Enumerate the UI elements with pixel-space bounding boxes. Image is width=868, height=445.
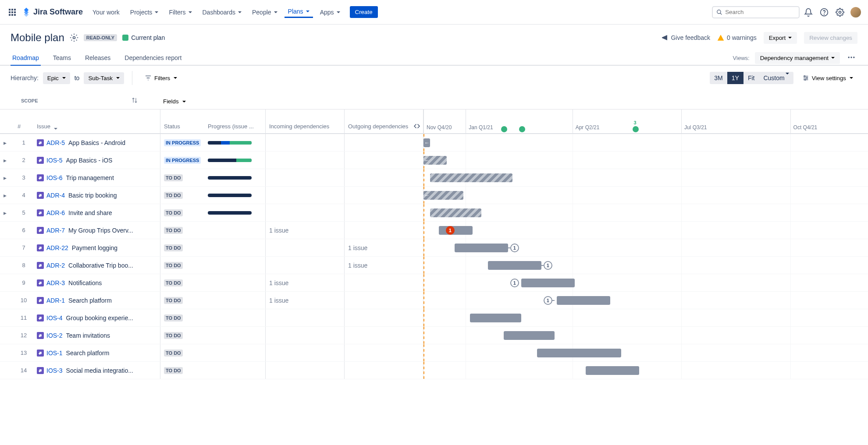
dependency-badge[interactable]: 1 — [510, 279, 519, 287]
zoom-3m[interactable]: 3M — [710, 72, 727, 84]
table-row[interactable]: 10ADR-1Search platformTO DO1 issue1 — [0, 292, 868, 309]
status-badge[interactable]: TO DO — [164, 192, 183, 199]
settings-icon[interactable] — [833, 5, 847, 19]
issue-key[interactable]: IOS-2 — [46, 332, 63, 339]
table-row[interactable]: ▸4ADR-4Basic trip bookingTO DO← — [0, 187, 868, 204]
tab-releases[interactable]: Releases — [83, 51, 112, 65]
issue-key[interactable]: IOS-6 — [46, 174, 63, 181]
issue-key[interactable]: ADR-3 — [46, 279, 65, 286]
status-badge[interactable]: TO DO — [164, 367, 183, 374]
release-marker[interactable] — [501, 126, 507, 132]
table-row[interactable]: 9ADR-3NotificationsTO DO1 issue1 — [0, 274, 868, 292]
gantt-bar[interactable] — [430, 208, 481, 217]
table-row[interactable]: 7ADR-22Payment loggingTO DO1 issue1 — [0, 239, 868, 257]
more-icon[interactable] — [845, 51, 857, 65]
nav-plans[interactable]: Plans — [285, 6, 313, 18]
release-marker[interactable] — [519, 126, 525, 132]
tab-roadmap[interactable]: Roadmap — [11, 51, 41, 66]
view-select[interactable]: Dependency management — [755, 52, 840, 64]
nav-filters[interactable]: Filters — [165, 7, 195, 18]
gantt-bar[interactable] — [586, 366, 639, 375]
avatar[interactable] — [849, 5, 863, 19]
issue-key[interactable]: IOS-1 — [46, 350, 63, 357]
gantt-bar[interactable] — [504, 331, 555, 340]
expand-icon[interactable]: ▸ — [4, 174, 11, 181]
nav-dashboards[interactable]: Dashboards — [199, 7, 245, 18]
export-button[interactable]: Export — [764, 32, 797, 44]
view-settings-button[interactable]: View settings — [798, 72, 857, 84]
status-badge[interactable]: TO DO — [164, 209, 183, 216]
expand-icon[interactable]: ▸ — [4, 157, 11, 164]
expand-icon[interactable]: ▸ — [4, 192, 11, 199]
hierarchy-from[interactable]: Epic — [43, 72, 70, 84]
table-row[interactable]: 12IOS-2Team invitationsTO DO — [0, 327, 868, 344]
issue-key[interactable]: ADR-1 — [46, 297, 65, 304]
issue-key[interactable]: ADR-7 — [46, 227, 65, 234]
col-progress[interactable]: Progress (issue ... — [204, 109, 266, 134]
expand-icon[interactable]: ▸ — [4, 139, 11, 146]
status-badge[interactable]: TO DO — [164, 332, 183, 339]
status-badge[interactable]: TO DO — [164, 244, 183, 251]
search-input[interactable] — [712, 6, 800, 18]
dependency-badge[interactable]: 1 — [544, 261, 552, 270]
gantt-bar[interactable] — [455, 244, 508, 252]
gantt-bar[interactable]: ← — [423, 138, 430, 147]
nav-your-work[interactable]: Your work — [89, 7, 123, 18]
gantt-bar[interactable] — [488, 261, 541, 270]
nav-projects[interactable]: Projects — [127, 7, 162, 18]
current-plan[interactable]: Current plan — [122, 34, 165, 41]
tab-dependencies-report[interactable]: Dependencies report — [123, 51, 183, 65]
plan-settings-icon[interactable] — [70, 33, 78, 42]
table-row[interactable]: 14IOS-3Social media integratio...TO DO — [0, 362, 868, 379]
gantt-bar[interactable] — [557, 296, 610, 305]
hierarchy-to[interactable]: Sub-Task — [84, 72, 124, 84]
nav-people[interactable]: People — [249, 7, 281, 18]
col-outgoing[interactable]: Outgoing dependencies — [345, 109, 423, 134]
filters-button[interactable]: Filters — [140, 72, 181, 84]
table-row[interactable]: ▸2IOS-5App Basics - iOSIN PROGRESS← — [0, 152, 868, 169]
gantt-bar[interactable] — [537, 349, 622, 357]
issue-key[interactable]: IOS-3 — [46, 367, 63, 374]
table-row[interactable]: ▸1ADR-5App Basics - AndroidIN PROGRESS← — [0, 134, 868, 152]
status-badge[interactable]: TO DO — [164, 174, 183, 181]
zoom-fit[interactable]: Fit — [743, 72, 759, 84]
table-row[interactable]: 13IOS-1Search platformTO DO — [0, 344, 868, 362]
issue-key[interactable]: IOS-5 — [46, 157, 63, 164]
col-status[interactable]: Status — [160, 109, 204, 134]
dependency-badge[interactable]: 1 — [544, 296, 552, 305]
help-icon[interactable] — [817, 5, 831, 19]
status-badge[interactable]: TO DO — [164, 262, 183, 269]
collapse-columns-icon[interactable] — [413, 123, 421, 131]
issue-key[interactable]: ADR-5 — [46, 139, 65, 146]
issue-key[interactable]: IOS-4 — [46, 314, 63, 321]
create-button[interactable]: Create — [350, 6, 378, 18]
zoom-1y[interactable]: 1Y — [727, 72, 743, 84]
status-badge[interactable]: TO DO — [164, 297, 183, 304]
give-feedback-button[interactable]: Give feedback — [661, 34, 710, 41]
col-incoming[interactable]: Incoming dependencies — [266, 109, 345, 134]
issue-key[interactable]: ADR-2 — [46, 262, 65, 269]
issue-key[interactable]: ADR-4 — [46, 192, 65, 199]
status-badge[interactable]: TO DO — [164, 350, 183, 357]
app-switcher-icon[interactable] — [5, 5, 19, 19]
table-row[interactable]: 8ADR-2Collaborative Trip boo...TO DO1 is… — [0, 257, 868, 274]
col-issue[interactable]: Issue — [33, 109, 160, 134]
gantt-bar[interactable] — [439, 226, 472, 235]
sort-icon[interactable] — [132, 97, 138, 105]
issue-key[interactable]: ADR-6 — [46, 209, 65, 216]
gantt-bar[interactable] — [470, 314, 521, 322]
dependency-badge[interactable]: 1 — [446, 226, 455, 235]
nav-apps[interactable]: Apps — [317, 7, 344, 18]
issue-key[interactable]: ADR-22 — [46, 244, 68, 251]
gantt-bar[interactable] — [521, 279, 575, 287]
zoom-custom[interactable]: Custom — [759, 72, 793, 84]
gantt-bar[interactable]: ← — [423, 156, 447, 165]
expand-icon[interactable]: ▸ — [4, 209, 11, 216]
dependency-badge[interactable]: 1 — [510, 244, 519, 252]
status-badge[interactable]: TO DO — [164, 227, 183, 234]
tab-teams[interactable]: Teams — [51, 51, 73, 65]
warnings-button[interactable]: 0 warnings — [717, 34, 757, 41]
notifications-icon[interactable] — [801, 5, 815, 19]
jira-logo[interactable]: Jira Software — [21, 7, 83, 18]
table-row[interactable]: 11IOS-4Group booking experie...TO DO — [0, 309, 868, 327]
